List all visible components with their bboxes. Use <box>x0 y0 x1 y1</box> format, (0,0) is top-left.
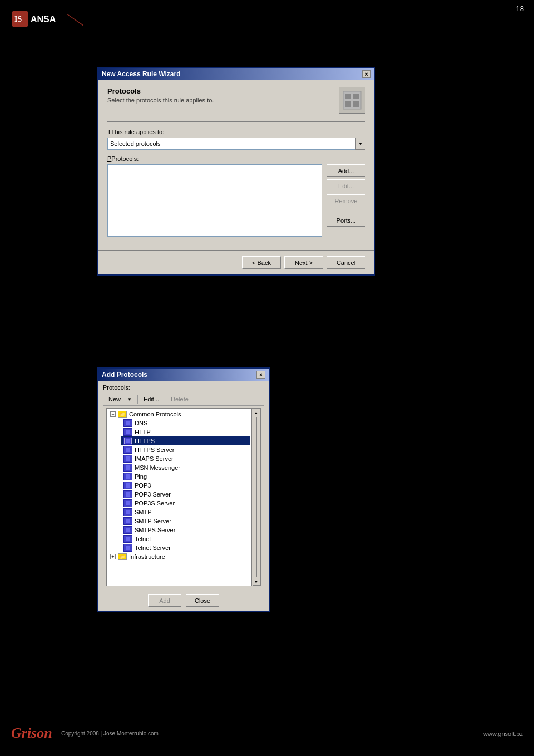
dropdown-row: Selected protocols All outbound traffic … <box>107 138 365 150</box>
proto-label-http: HTTP <box>135 429 151 435</box>
remove-protocol-button[interactable]: Remove <box>327 194 365 207</box>
scrollbar[interactable]: ▲ ▼ <box>251 409 260 586</box>
protocols-listbox[interactable] <box>107 164 322 237</box>
proto-label-telnet-server: Telnet Server <box>135 544 171 551</box>
close-button[interactable]: Close <box>186 594 219 607</box>
new-arrow-button[interactable]: ▼ <box>125 396 134 402</box>
proto-icon-telnet-server <box>123 544 132 552</box>
add-protocols-title: Add Protocols <box>102 371 147 379</box>
svg-text:Grison: Grison <box>11 725 52 741</box>
infrastructure-header[interactable]: + 📁 Infrastructure <box>108 552 250 561</box>
proto-icon-telnet <box>123 535 132 543</box>
wizard-titlebar: New Access Rule Wizard × <box>98 68 374 80</box>
proto-item-ping[interactable]: Ping <box>121 472 250 481</box>
ports-button[interactable]: Ports... <box>327 214 365 227</box>
proto-icon-dns <box>123 419 132 427</box>
back-button[interactable]: < Back <box>242 256 281 269</box>
delete-toolbar-button[interactable]: Delete <box>169 395 191 403</box>
add-protocols-body: Protocols: New ▼ Edit... Delete − 📁 Comm… <box>98 381 269 590</box>
proto-label-dns: DNS <box>135 420 147 426</box>
proto-icon-pop3s-server <box>123 499 132 507</box>
wizard-header-text: Protocols Select the protocols this rule… <box>107 87 214 104</box>
expand-icon[interactable]: + <box>110 554 116 559</box>
svg-line-3 <box>67 14 83 33</box>
protocols-toolbar: New ▼ Edit... Delete <box>103 393 264 406</box>
rule-applies-label: TThis rule applies to: <box>107 129 365 135</box>
add-protocols-dialog: Add Protocols × Protocols: New ▼ Edit...… <box>97 367 270 612</box>
proto-label-ping: Ping <box>135 473 147 480</box>
proto-icon-https <box>123 437 132 445</box>
proto-item-https-server[interactable]: HTTPS Server <box>121 445 250 454</box>
proto-item-msn-messenger[interactable]: MSN Messenger <box>121 463 250 472</box>
proto-label-telnet: Telnet <box>135 536 151 542</box>
proto-label-https: HTTPS <box>135 438 155 444</box>
wizard-header: Protocols Select the protocols this rule… <box>107 87 365 114</box>
proto-label-pop3s-server: POP3S Server <box>135 500 175 507</box>
collapse-icon[interactable]: − <box>110 411 116 417</box>
infrastructure-group: + 📁 Infrastructure <box>108 552 250 561</box>
infrastructure-folder-icon: 📁 <box>118 553 127 560</box>
common-protocols-group: − 📁 Common Protocols DNS HTTP <box>108 410 250 552</box>
protocols-section-label: PProtocols: <box>107 155 365 162</box>
wizard-footer: < Back Next > Cancel <box>98 250 374 274</box>
wizard-body: Protocols Select the protocols this rule… <box>98 80 374 250</box>
add-protocols-close-button[interactable]: × <box>256 371 265 379</box>
proto-icon-smtp-server <box>123 517 132 525</box>
scroll-down-button[interactable]: ▼ <box>253 578 260 586</box>
svg-text:ANSA: ANSA <box>31 14 56 24</box>
scroll-up-button[interactable]: ▲ <box>253 409 260 416</box>
add-protocols-footer: Add Close <box>98 590 269 611</box>
proto-item-telnet-server[interactable]: Telnet Server <box>121 543 250 552</box>
dropdown-arrow-icon[interactable]: ▼ <box>355 138 365 150</box>
proto-item-pop3-server[interactable]: POP3 Server <box>121 490 250 499</box>
proto-item-pop3s-server[interactable]: POP3S Server <box>121 499 250 508</box>
folder-icon: 📁 <box>118 411 127 418</box>
wizard-close-button[interactable]: × <box>362 70 371 78</box>
toolbar-separator-1 <box>137 395 138 404</box>
add-protocols-label: Protocols: <box>103 384 264 391</box>
proto-icon-pop3-server <box>123 490 132 498</box>
wizard-section-subtitle: Select the protocols this rule applies t… <box>107 97 214 104</box>
svg-rect-8 <box>353 101 359 107</box>
ports-button-wrapper: Ports... <box>327 214 365 227</box>
wizard-header-icon <box>339 87 365 114</box>
proto-icon-https-server <box>123 446 132 454</box>
protocol-tree-container: − 📁 Common Protocols DNS HTTP <box>106 408 261 586</box>
proto-item-smtps-server[interactable]: SMTPS Server <box>121 526 250 534</box>
proto-label-imaps-server: IMAPS Server <box>135 455 174 462</box>
common-protocols-children: DNS HTTP HTTPS <box>108 419 250 552</box>
proto-label-smtp-server: SMTP Server <box>135 518 171 524</box>
wizard-title: New Access Rule Wizard <box>102 70 181 78</box>
proto-item-https[interactable]: HTTPS <box>121 436 250 445</box>
proto-icon-pop3 <box>123 482 132 489</box>
proto-label-https-server: HTTPS Server <box>135 446 175 453</box>
next-button[interactable]: Next > <box>284 256 323 269</box>
proto-label-pop3-server: POP3 Server <box>135 491 171 498</box>
svg-rect-7 <box>345 101 351 107</box>
proto-item-http[interactable]: HTTP <box>121 428 250 436</box>
proto-label-smtps-server: SMTPS Server <box>135 527 175 533</box>
proto-item-smtp-server[interactable]: SMTP Server <box>121 517 250 526</box>
proto-item-pop3[interactable]: POP3 <box>121 481 250 490</box>
logo-area: IS ANSA <box>11 8 83 41</box>
header-separator <box>107 121 365 122</box>
add-protocol-button[interactable]: Add... <box>327 164 365 177</box>
cancel-button[interactable]: Cancel <box>327 256 365 269</box>
proto-item-imaps-server[interactable]: IMAPS Server <box>121 454 250 463</box>
infrastructure-label: Infrastructure <box>129 553 165 560</box>
svg-rect-5 <box>345 94 351 99</box>
add-button[interactable]: Add <box>148 594 181 607</box>
proto-item-dns[interactable]: DNS <box>121 419 250 428</box>
svg-rect-6 <box>353 94 359 99</box>
edit-toolbar-button[interactable]: Edit... <box>141 395 161 403</box>
edit-protocol-button[interactable]: Edit... <box>327 179 365 192</box>
proto-item-smtp[interactable]: SMTP <box>121 508 250 517</box>
scroll-track <box>256 417 257 577</box>
wizard-dialog: New Access Rule Wizard × Protocols Selec… <box>97 67 375 276</box>
proto-item-telnet[interactable]: Telnet <box>121 534 250 543</box>
brand-left: Grison Copyright 2008 | Jose Monterrubio… <box>11 722 159 745</box>
proto-icon-ping <box>123 473 132 480</box>
common-protocols-header[interactable]: − 📁 Common Protocols <box>108 410 250 419</box>
new-toolbar-button[interactable]: New <box>106 395 123 403</box>
rule-applies-dropdown[interactable]: Selected protocols All outbound traffic … <box>107 138 365 150</box>
